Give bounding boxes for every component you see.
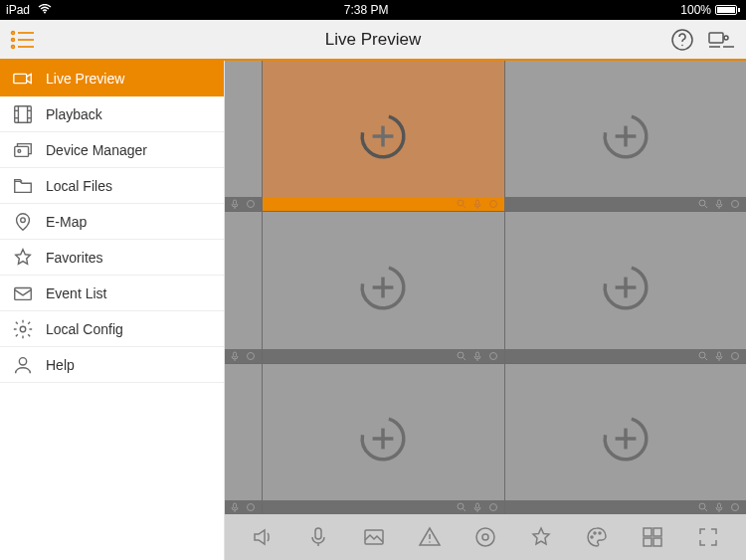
circle-mini-icon	[246, 199, 256, 209]
device-label: iPad	[6, 3, 30, 17]
circle-mini-icon	[488, 351, 498, 361]
video-grid	[225, 61, 746, 514]
svg-point-32	[458, 200, 464, 206]
svg-point-82	[594, 532, 596, 534]
battery-icon	[715, 5, 740, 15]
svg-point-83	[599, 532, 601, 534]
svg-point-74	[732, 503, 739, 510]
sidebar-item-label: Device Manager	[46, 142, 212, 158]
sidebar-item-device-manager[interactable]: Device Manager	[0, 132, 224, 168]
svg-rect-73	[718, 503, 721, 508]
grid-cell[interactable]	[505, 212, 747, 362]
zoom-mini-icon	[698, 502, 708, 512]
help-icon[interactable]	[670, 28, 694, 52]
svg-rect-14	[15, 105, 32, 122]
mail-icon	[12, 282, 34, 304]
fullscreen-button[interactable]	[688, 517, 728, 557]
palette-button[interactable]	[577, 517, 617, 557]
sidebar-item-label: Live Preview	[46, 71, 212, 87]
mic-mini-icon	[472, 351, 482, 361]
grid-cell-partial[interactable]	[225, 212, 262, 362]
sidebar-item-local-files[interactable]: Local Files	[0, 168, 224, 204]
svg-line-72	[705, 508, 708, 511]
grid-cell-partial[interactable]	[225, 364, 262, 514]
mic-button[interactable]	[298, 517, 338, 557]
svg-rect-86	[644, 538, 652, 546]
svg-point-81	[591, 536, 593, 538]
svg-point-78	[429, 541, 431, 543]
svg-point-60	[248, 503, 255, 510]
svg-point-67	[489, 503, 496, 510]
mic-mini-icon	[714, 199, 724, 209]
star-icon	[12, 247, 34, 269]
grid-cell[interactable]	[263, 364, 504, 514]
battery-percent: 100%	[680, 3, 711, 17]
status-time: 7:38 PM	[344, 3, 389, 17]
svg-point-44	[248, 352, 255, 359]
svg-point-55	[699, 352, 705, 358]
svg-rect-34	[475, 200, 478, 205]
sidebar-item-favorites[interactable]: Favorites	[0, 240, 224, 276]
circle-mini-icon	[730, 351, 740, 361]
svg-line-65	[463, 508, 466, 511]
svg-point-22	[18, 149, 21, 152]
grid-cell[interactable]	[505, 364, 747, 514]
svg-point-10	[724, 36, 728, 40]
svg-rect-21	[15, 146, 29, 156]
mic-mini-icon	[714, 351, 724, 361]
svg-point-25	[20, 326, 26, 332]
svg-point-0	[44, 12, 46, 14]
svg-point-64	[458, 503, 464, 509]
grid-cell-selected[interactable]	[263, 61, 504, 211]
alert-button[interactable]	[410, 517, 450, 557]
app-header: Live Preview	[0, 20, 746, 61]
menu-icon[interactable]	[10, 30, 36, 50]
svg-point-3	[12, 38, 15, 41]
circle-mini-icon	[730, 199, 740, 209]
svg-rect-87	[653, 538, 661, 546]
zoom-mini-icon	[698, 351, 708, 361]
circle-mini-icon	[246, 502, 256, 512]
mic-mini-icon	[472, 502, 482, 512]
sidebar-item-label: Event List	[46, 285, 212, 301]
svg-point-42	[732, 201, 739, 208]
svg-point-23	[21, 217, 26, 222]
svg-rect-24	[15, 287, 32, 299]
svg-point-28	[248, 201, 255, 208]
page-title: Live Preview	[0, 30, 746, 50]
sidebar-item-label: Help	[46, 357, 212, 373]
svg-line-56	[705, 357, 708, 360]
favorite-button[interactable]	[521, 517, 561, 557]
sidebar-item-local-config[interactable]: Local Config	[0, 311, 224, 347]
speaker-button[interactable]	[243, 517, 282, 557]
grid-cell-partial[interactable]	[225, 61, 262, 211]
zoom-mini-icon	[457, 199, 466, 209]
svg-rect-13	[14, 74, 27, 83]
svg-point-5	[12, 45, 15, 48]
device-list-icon[interactable]	[708, 30, 736, 50]
svg-point-71	[699, 503, 705, 509]
svg-point-35	[489, 201, 496, 208]
svg-rect-57	[718, 352, 721, 357]
circle-mini-icon	[488, 199, 498, 209]
layout-button[interactable]	[633, 517, 672, 557]
gear-icon	[12, 318, 34, 340]
grid-cell[interactable]	[505, 61, 747, 211]
sidebar-item-emap[interactable]: E-Map	[0, 204, 224, 240]
grid-cell[interactable]	[263, 212, 504, 362]
svg-rect-84	[644, 528, 652, 536]
pin-icon	[12, 211, 34, 233]
sidebar-item-event-list[interactable]: Event List	[0, 276, 224, 311]
sidebar-item-playback[interactable]: Playback	[0, 96, 224, 132]
mic-mini-icon	[230, 502, 240, 512]
sidebar-item-help[interactable]: Help	[0, 347, 224, 383]
svg-point-80	[482, 534, 488, 540]
svg-point-8	[681, 44, 683, 46]
sidebar-item-live-preview[interactable]: Live Preview	[0, 61, 224, 96]
svg-line-40	[705, 206, 708, 209]
circle-mini-icon	[246, 351, 256, 361]
svg-rect-27	[234, 200, 237, 205]
zoom-mini-icon	[457, 351, 466, 361]
record-button[interactable]	[466, 517, 505, 557]
snapshot-button[interactable]	[354, 517, 394, 557]
